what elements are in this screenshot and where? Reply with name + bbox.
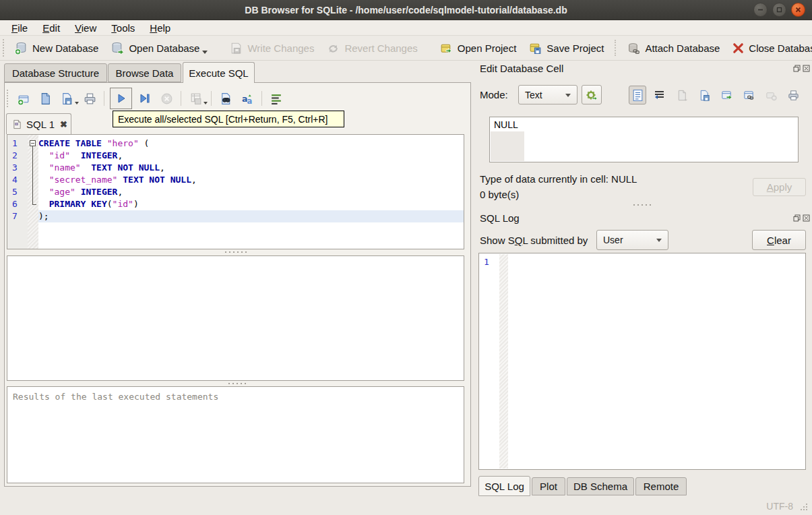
save-results-button [187,90,204,107]
close-button[interactable] [791,3,805,17]
sql-toolbar-separator [261,91,262,106]
save-sql-file-button[interactable] [58,90,75,107]
remove-cell-button [762,86,780,104]
mode-label: Mode: [480,89,508,100]
cell-type-info: Type of data currently in cell: NULL [480,173,637,185]
results-grid-pane[interactable] [7,255,464,381]
code-line[interactable]: 3 "name" TEXT NOT NULL, [7,162,464,174]
sql-log-filter-value: User [603,235,623,245]
title-bar[interactable]: DB Browser for SQLite - /home/user/code/… [0,0,812,20]
results-message-pane[interactable]: Results of the last executed statements [7,386,464,483]
write-changes-icon [229,41,243,55]
tab-db-schema[interactable]: DB Schema [567,477,634,495]
dock-float-icon[interactable] [793,214,801,222]
menu-tools[interactable]: Tools [104,21,142,35]
tab-sql-log[interactable]: SQL Log [478,476,530,496]
close-database-label: Close Database [749,42,812,54]
text-document-icon [632,89,644,102]
export-data-button[interactable] [695,86,713,104]
cell-value-editor[interactable]: NULL [489,117,799,162]
sql-log-filter-select[interactable]: User [596,230,668,250]
print-cell-button[interactable] [784,86,802,104]
toolbar-separator [615,40,616,56]
save-sql-file-icon [60,92,74,106]
tab-execute-sql[interactable]: Execute SQL [183,62,255,83]
apply-label: Apply [767,181,792,193]
fold-collapse-icon[interactable] [30,140,36,146]
revert-changes-icon [326,41,340,55]
cell-editor-margin [491,131,524,161]
results-placeholder: Results of the last executed statements [13,392,218,402]
code-line[interactable]: 1CREATE TABLE "hero" ( [7,138,464,150]
import-file-icon [676,89,689,102]
code-line[interactable]: 6 PRIMARY KEY("id") [7,198,464,210]
tab-plot[interactable]: Plot [532,477,565,495]
find-replace-button[interactable] [217,90,235,107]
open-external-button[interactable] [718,86,735,104]
execute-all-button[interactable] [110,88,132,109]
sql-toolbar-separator [211,91,212,106]
sql-tab-close-icon[interactable]: ✖ [60,119,67,129]
print-sql-button[interactable] [81,90,98,107]
minimize-button[interactable] [753,3,768,17]
resize-grip[interactable] [800,503,808,511]
word-wrap-icon [270,92,283,105]
format-sql-button[interactable]: a a [239,90,256,107]
mode-select[interactable]: Text [518,85,577,104]
edit-cell-dock-buttons [793,65,810,72]
auto-switch-mode-button[interactable] [582,85,602,104]
fold-guide-line [32,146,33,204]
word-wrap-button[interactable] [268,90,285,107]
dock-close-icon[interactable] [803,65,810,72]
close-database-button[interactable]: Close Database [726,39,812,57]
mode-value: Text [525,90,542,100]
sql-log-view[interactable]: 1 [478,253,806,470]
dock-splitter-handle[interactable] [633,204,651,206]
open-database-icon [111,41,125,55]
tab-remote[interactable]: Remote [635,477,687,495]
menu-edit[interactable]: Edit [35,21,67,35]
splitter-handle[interactable] [225,251,247,253]
sql-toolbar-separator [181,91,181,106]
save-project-button[interactable]: Save Project [522,38,610,58]
text-mode-button[interactable] [629,86,646,104]
code-line[interactable]: 7); [7,210,464,222]
sql-code-lines[interactable]: 1CREATE TABLE "hero" (2 "id" INTEGER,3 "… [7,138,464,222]
menu-file[interactable]: File [4,21,35,35]
menu-view[interactable]: View [67,21,104,35]
dock-float-icon[interactable] [793,65,801,72]
maximize-button[interactable] [772,3,786,17]
cell-word-wrap-button[interactable] [651,86,668,104]
splitter-handle[interactable] [228,383,246,384]
attach-database-button[interactable]: Attach Database [621,38,726,58]
clear-label: Clear [767,235,791,246]
sql-toolbar-drag-handle[interactable] [7,90,9,107]
encoding-indicator[interactable]: UTF-8 [766,501,793,512]
code-line[interactable]: 5 "age" INTEGER, [7,186,464,198]
dock-close-icon[interactable] [803,214,810,222]
tab-database-structure[interactable]: Database Structure [4,63,107,82]
open-project-button[interactable]: Open Project [433,38,523,58]
toolbar-drag-handle[interactable] [3,39,4,57]
new-sql-tab-button[interactable] [15,90,32,107]
sql-editor[interactable]: 1CREATE TABLE "hero" (2 "id" INTEGER,3 "… [7,134,464,249]
maximize-icon [776,6,783,13]
menu-help[interactable]: Help [142,21,178,35]
tab-browse-data[interactable]: Browse Data [108,63,181,82]
new-database-button[interactable]: New Database [8,38,104,58]
log-line-number: 1 [484,257,489,267]
open-database-dropdown-icon[interactable] [202,51,208,54]
open-database-button[interactable]: Open Database [104,38,214,58]
clear-log-button[interactable]: Clear [752,230,806,250]
open-sql-file-button[interactable] [36,90,54,107]
code-line[interactable]: 4 "secret_name" TEXT NOT NULL, [7,174,464,186]
open-in-window-icon [720,89,733,102]
save-results-dropdown-icon [204,102,208,104]
find-replace-icon [219,92,233,106]
save-sql-dropdown-icon[interactable] [75,102,79,104]
sql-toolbar: a a [7,87,287,110]
code-line[interactable]: 2 "id" INTEGER, [7,150,464,162]
copy-link-button[interactable] [740,86,757,104]
execute-current-line-button[interactable] [136,90,154,107]
sql-document-tab[interactable]: SQL 1 ✖ [6,113,71,134]
